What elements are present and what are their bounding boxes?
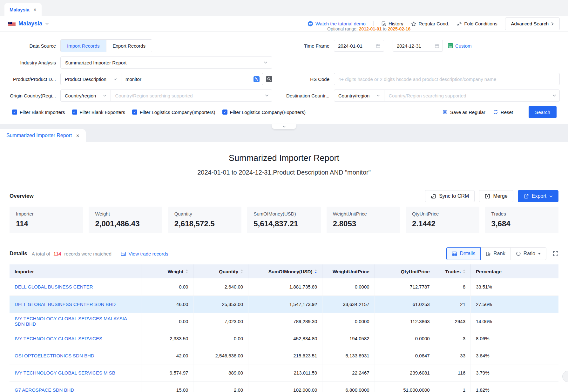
tab-ratio-label: Ratio — [524, 251, 535, 256]
checkbox-checked-icon[interactable]: ✓ — [12, 110, 17, 115]
cell-sumofmoney-usd-: 215,623.51 — [248, 347, 322, 364]
cell-percentage: 1.82% — [470, 381, 558, 392]
custom-range-button[interactable]: Custom — [448, 43, 472, 49]
destination-country-combo: Country/region — [334, 90, 560, 102]
time-frame-start-input[interactable]: 2024-01-01 — [334, 40, 384, 52]
product-input[interactable] — [125, 76, 251, 82]
column-label: Percentage — [476, 269, 502, 274]
close-icon[interactable]: ✕ — [76, 134, 79, 138]
filter-label: Filter Blank Exporters — [80, 110, 125, 115]
search-button[interactable]: Search — [529, 106, 557, 118]
country-picker[interactable]: Malaysia — [8, 20, 49, 27]
advanced-search-button[interactable]: Advanced Search — [505, 17, 560, 30]
stat-value: 114 — [16, 219, 77, 228]
column-header-importer: Importer — [10, 264, 141, 278]
product-type-select[interactable]: Product Description — [61, 73, 121, 85]
filter-checkbox[interactable]: ✓Filter Blank Exporters — [72, 110, 125, 115]
fullscreen-icon[interactable] — [553, 251, 558, 256]
form-row-filters: ✓Filter Blank Importers✓Filter Blank Exp… — [8, 106, 560, 118]
destination-type-select[interactable]: Country/region — [334, 90, 384, 101]
cell-weightunitprice: 0.0000 — [322, 278, 375, 296]
column-header-weightunitprice: WeightUnitPrice — [322, 264, 375, 278]
form-row-industry: Industry Analysis Summarized Importer Re… — [8, 56, 560, 69]
time-frame-end-input[interactable]: 2024-12-31 — [393, 40, 443, 52]
chevron-down-icon — [552, 94, 556, 97]
table-header-row: ImporterWeightQuantitySumOfMoney(USD)Wei… — [10, 264, 558, 278]
view-controls: Details Rank Ratio — [446, 247, 558, 260]
details-row: Details A total of 114 records were matc… — [10, 247, 558, 260]
cell-sumofmoney-usd-: 452,834.80 — [248, 330, 322, 347]
destination-country-input[interactable] — [389, 93, 550, 98]
image-search-icon[interactable] — [266, 76, 272, 82]
overview-heading: Overview — [10, 193, 34, 199]
importer-link[interactable]: OSI OPTOELECTRONICS SDN BHD — [15, 353, 94, 358]
form-row-countries: Origin Country(Regi... Country/region — [8, 90, 560, 102]
translate-icon[interactable]: A — [254, 76, 260, 82]
importer-link[interactable]: IVY TECHNOLOGY GLOBAL SERVICES MALAYSIA … — [15, 316, 127, 327]
optional-range: Optional range: 2012-01-01 to 2025-02-16 — [327, 26, 410, 31]
chevron-down-icon — [549, 195, 553, 197]
close-icon[interactable]: ✕ — [33, 8, 37, 12]
rank-bars-icon — [486, 251, 491, 256]
tutorial-link[interactable]: Watch the tutorial demo — [308, 21, 366, 27]
merge-button[interactable]: Merge — [479, 190, 513, 202]
column-header-percentage: Percentage — [470, 264, 558, 278]
fold-conditions-button[interactable]: Fold Conditions — [457, 21, 497, 26]
importer-link[interactable]: G7 AEROSPACE SDN BHD — [15, 387, 74, 392]
column-header-weight[interactable]: Weight — [141, 264, 193, 278]
report-subtitle: 2024-01-01 to 2024-12-31,Product Descrip… — [10, 169, 558, 176]
reset-button[interactable]: Reset — [493, 110, 513, 115]
importer-link[interactable]: DELL GLOBAL BUSINESS CENTER SDN BHD — [15, 302, 116, 307]
import-records-option[interactable]: Import Records — [61, 40, 106, 52]
tab-ratio[interactable]: Ratio — [511, 247, 546, 260]
stat-label: WeightUnitPrice — [333, 211, 394, 216]
country-name: Malaysia — [18, 20, 42, 27]
filter-checkbox[interactable]: ✓Filter Blank Importers — [12, 110, 65, 115]
window-tab-bar: Malaysia ✕ — [0, 0, 568, 16]
tab-details[interactable]: Details — [446, 247, 481, 260]
filter-checkbox[interactable]: ✓Filter Logistics Company(Exporters) — [222, 110, 306, 115]
sync-to-crm-button[interactable]: Sync to CRM — [425, 190, 475, 202]
checkbox-checked-icon[interactable]: ✓ — [222, 110, 227, 115]
matched-prefix: A total of — [32, 251, 50, 256]
column-header-quantity[interactable]: Quantity — [193, 264, 248, 278]
cell-quantity: 7,023.00 — [193, 313, 248, 330]
tutorial-video-icon — [308, 21, 313, 27]
regular-cond-button[interactable]: Regular Cond. — [411, 21, 450, 26]
checkbox-checked-icon[interactable]: ✓ — [72, 110, 77, 115]
sort-icon[interactable] — [314, 269, 317, 273]
cell-weight: 0.00 — [141, 278, 193, 296]
view-trade-records-link[interactable]: View trade records — [121, 251, 168, 256]
industry-analysis-select[interactable]: Summarized Importer Report — [60, 56, 272, 69]
hs-code-input[interactable] — [338, 76, 555, 82]
sort-icon[interactable] — [240, 269, 243, 273]
window-tab-malaysia[interactable]: Malaysia ✕ — [4, 3, 42, 16]
checkbox-checked-icon[interactable]: ✓ — [132, 110, 137, 115]
filter-checkbox[interactable]: ✓Filter Logistics Company(Importers) — [132, 110, 215, 115]
export-records-option[interactable]: Export Records — [106, 40, 152, 52]
importer-link[interactable]: DELL GLOBAL BUSINESS CENTER — [15, 284, 93, 289]
column-header-sumofmoney-usd-[interactable]: SumOfMoney(USD) — [248, 264, 322, 278]
importer-link[interactable]: IVY TECHNOLOGY GLOBAL SERVICES M SB — [15, 370, 115, 375]
origin-type-select[interactable]: Country/region — [61, 90, 111, 101]
report-tab[interactable]: Summarized Importer Report ✕ — [0, 129, 86, 142]
cell-percentage: 27.56% — [470, 296, 558, 313]
cell-sumofmoney-usd-: 1,547,173.92 — [248, 296, 322, 313]
sort-icon[interactable] — [463, 269, 465, 273]
stat-value: 3,684 — [491, 219, 552, 228]
export-button[interactable]: Export — [518, 190, 558, 202]
column-header-trades[interactable]: Trades — [435, 264, 470, 278]
stat-label: SumOfMoney(USD) — [254, 211, 314, 216]
window-tab-label: Malaysia — [10, 7, 30, 12]
merge-label: Merge — [493, 193, 507, 199]
stat-value: 2,618,572.5 — [174, 219, 235, 228]
origin-country-input[interactable] — [115, 93, 262, 98]
origin-country-label: Origin Country(Regi... — [8, 93, 56, 98]
importer-link[interactable]: IVY TECHNOLOGY GLOBAL SERVICES — [15, 336, 102, 341]
collapse-search-panel-button[interactable] — [272, 124, 296, 129]
history-button[interactable]: History — [381, 21, 403, 26]
save-as-regular-button[interactable]: Save as Regular — [443, 110, 485, 115]
chevron-down-icon — [282, 125, 286, 128]
sort-icon[interactable] — [186, 269, 188, 273]
tab-rank[interactable]: Rank — [480, 247, 511, 260]
